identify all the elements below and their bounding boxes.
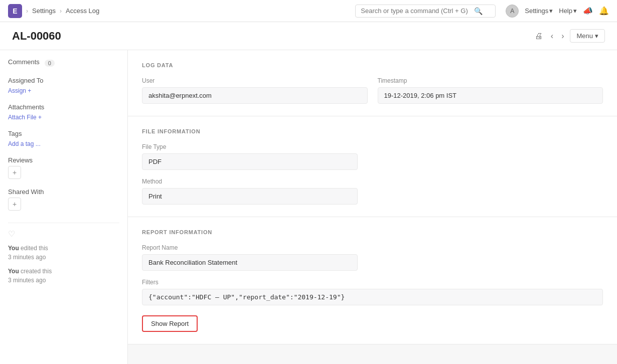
add-review-button[interactable]: +: [8, 166, 21, 179]
menu-button[interactable]: Menu ▾: [570, 29, 605, 43]
shared-with-label: Shared With: [8, 188, 119, 196]
assigned-to-label: Assigned To: [8, 77, 119, 84]
report-information-section: REPORT INFORMATION Report Name Bank Reco…: [128, 217, 617, 344]
report-name-label: Report Name: [142, 244, 603, 251]
heart-icon: ♡: [8, 229, 119, 239]
attachments-label: Attachments: [8, 103, 119, 111]
sidebar-comments-section: Comments 0: [8, 58, 119, 68]
sidebar-attachments-section: Attachments Attach File +: [8, 103, 119, 121]
log-data-fields: User akshita@erpnext.com Timestamp 19-12…: [142, 77, 603, 104]
breadcrumb-settings[interactable]: Settings: [32, 7, 56, 15]
next-icon[interactable]: ›: [559, 30, 566, 43]
main-layout: Comments 0 Assigned To Assign + Attachme…: [0, 50, 617, 364]
log-data-section: LOG DATA User akshita@erpnext.com Timest…: [128, 50, 617, 116]
sidebar-assigned-section: Assigned To Assign +: [8, 77, 119, 94]
log-data-section-title: LOG DATA: [142, 62, 603, 68]
content-area: LOG DATA User akshita@erpnext.com Timest…: [128, 50, 617, 364]
sidebar-reviews-section: Reviews +: [8, 156, 119, 179]
header-actions: 🖨 ‹ › Menu ▾: [533, 29, 605, 43]
filters-label: Filters: [142, 279, 603, 286]
activity-item-2: You created this 3 minutes ago: [8, 267, 119, 285]
assign-link[interactable]: Assign +: [8, 87, 31, 94]
file-type-field: File Type PDF: [142, 143, 603, 170]
sidebar: Comments 0 Assigned To Assign + Attachme…: [0, 50, 128, 364]
report-name-value: Bank Reconciliation Statement: [142, 254, 358, 271]
notifications-icon[interactable]: 🔔: [599, 6, 609, 16]
user-label: User: [142, 77, 368, 84]
attach-file-link[interactable]: Attach File +: [8, 114, 42, 121]
filters-value: {"account":"HDFC – UP","report_date":"20…: [142, 289, 603, 305]
add-tag-link[interactable]: Add a tag ...: [8, 140, 41, 147]
timestamp-label: Timestamp: [378, 77, 603, 84]
search-bar[interactable]: 🔍: [355, 5, 496, 18]
breadcrumb-access-log[interactable]: Access Log: [66, 7, 99, 15]
show-report-button[interactable]: Show Report: [142, 315, 198, 332]
print-icon[interactable]: 🖨: [533, 30, 545, 43]
page-title: AL-00060: [12, 30, 527, 43]
prev-icon[interactable]: ‹: [549, 30, 555, 43]
sidebar-tags-section: Tags Add a tag ...: [8, 130, 119, 147]
add-shared-with-button[interactable]: +: [8, 198, 21, 211]
help-menu-btn[interactable]: Help ▾: [559, 7, 577, 15]
timestamp-value: 19-12-2019, 2:06 pm IST: [378, 87, 603, 104]
avatar[interactable]: A: [506, 5, 519, 18]
method-value: Print: [142, 188, 358, 205]
activity-item-1: You edited this 3 minutes ago: [8, 244, 119, 262]
page-header: AL-00060 🖨 ‹ › Menu ▾: [0, 22, 617, 50]
report-info-section-title: REPORT INFORMATION: [142, 229, 603, 235]
settings-menu-btn[interactable]: Settings ▾: [525, 7, 553, 15]
method-field: Method Print: [142, 178, 603, 205]
method-label: Method: [142, 178, 603, 185]
activity-section: ♡ You edited this 3 minutes ago You crea…: [8, 223, 119, 285]
breadcrumb-chevron-1: ›: [26, 8, 28, 15]
file-type-label: File Type: [142, 143, 603, 150]
file-info-section-title: FILE INFORMATION: [142, 128, 603, 134]
announcements-icon[interactable]: 📣: [583, 6, 593, 16]
breadcrumb-chevron-2: ›: [60, 8, 62, 15]
comments-label: Comments: [8, 58, 40, 66]
file-type-value: PDF: [142, 153, 358, 170]
report-name-field: Report Name Bank Reconciliation Statemen…: [142, 244, 603, 271]
user-value: akshita@erpnext.com: [142, 87, 368, 104]
search-icon: 🔍: [474, 7, 483, 15]
search-input[interactable]: [361, 7, 471, 15]
filters-field: Filters {"account":"HDFC – UP","report_d…: [142, 279, 603, 305]
reviews-label: Reviews: [8, 156, 119, 164]
app-icon[interactable]: E: [8, 4, 22, 18]
nav-right-actions: A Settings ▾ Help ▾ 📣 🔔: [506, 5, 609, 18]
sidebar-shared-with-section: Shared With +: [8, 188, 119, 211]
comments-count: 0: [45, 60, 55, 67]
top-navigation: E › Settings › Access Log 🔍 A Settings ▾…: [0, 0, 617, 22]
tags-label: Tags: [8, 130, 119, 137]
user-field: User akshita@erpnext.com: [142, 77, 368, 104]
file-information-section: FILE INFORMATION File Type PDF Method Pr…: [128, 116, 617, 217]
timestamp-field: Timestamp 19-12-2019, 2:06 pm IST: [378, 77, 603, 104]
